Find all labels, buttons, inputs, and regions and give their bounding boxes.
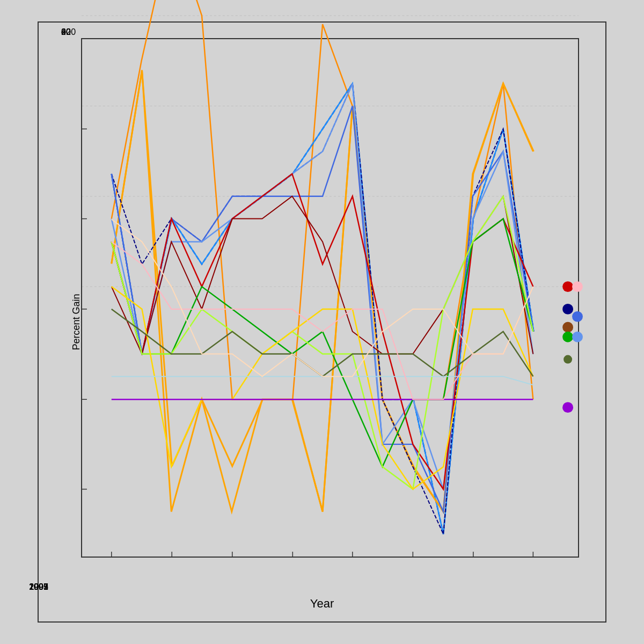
y-tick-neg20: −20 bbox=[61, 27, 76, 37]
dot-pink bbox=[572, 281, 583, 292]
green-line bbox=[112, 219, 533, 467]
y-axis-label: Percent Gain bbox=[71, 294, 82, 350]
chart-container: Percent Gain Year 60 40 20 0 −20 1991 19… bbox=[38, 21, 606, 623]
x-tick-2005: 2005 bbox=[29, 582, 48, 592]
darkolive-line bbox=[112, 309, 533, 376]
chart-svg bbox=[82, 39, 579, 557]
cornflower-line bbox=[112, 84, 533, 489]
dot-blue bbox=[572, 311, 583, 322]
dot-cornflower bbox=[572, 332, 583, 342]
line-orange2 bbox=[112, 70, 534, 512]
orange-line bbox=[112, 70, 533, 512]
x-axis-label: Year bbox=[310, 597, 334, 611]
lightblue-line bbox=[112, 376, 533, 385]
dot-red bbox=[562, 281, 573, 292]
yellow-line bbox=[112, 287, 533, 489]
chart-plot-area bbox=[82, 39, 579, 557]
dot-brown bbox=[562, 322, 573, 333]
dot-darkblue bbox=[562, 304, 573, 314]
dot-purple bbox=[562, 402, 573, 413]
dot-green bbox=[562, 332, 573, 342]
dot-olive bbox=[564, 355, 572, 364]
